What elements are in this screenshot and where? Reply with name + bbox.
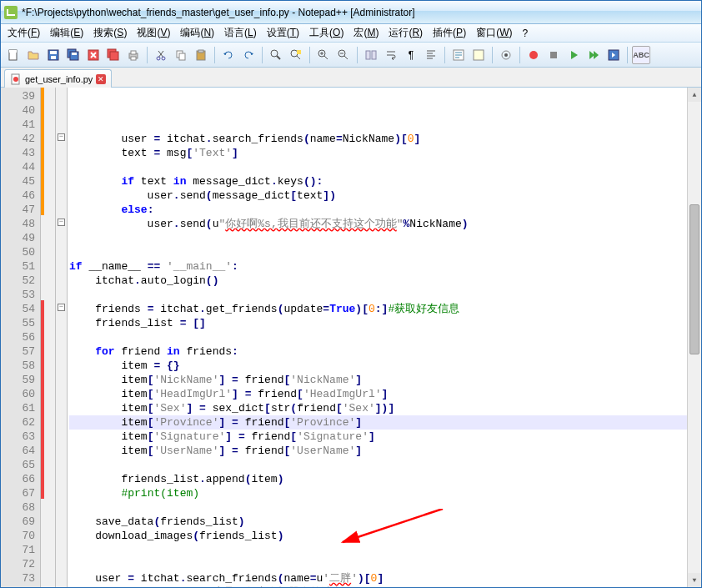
code-line[interactable]: item['HeadImgUrl'] = friend['HeadImgUrl'… — [69, 387, 701, 401]
close-button[interactable] — [84, 46, 103, 64]
word-wrap-button[interactable] — [382, 46, 400, 64]
indent-guide-button[interactable] — [422, 46, 440, 64]
svg-rect-3 — [50, 51, 57, 54]
menu-item[interactable]: 插件(P) — [428, 24, 471, 42]
svg-point-35 — [13, 77, 18, 82]
monitor-button[interactable] — [497, 46, 515, 64]
svg-line-36 — [343, 509, 443, 542]
tab-close-icon[interactable]: ✕ — [96, 74, 106, 84]
undo-button[interactable] — [219, 46, 238, 64]
toolbar-separator — [519, 47, 520, 63]
code-line[interactable]: user = itchat.search_friends(name=NickNa… — [69, 132, 701, 146]
svg-rect-26 — [372, 51, 376, 59]
code-line[interactable] — [69, 160, 701, 174]
code-area[interactable]: user = itchat.search_friends(name=NickNa… — [68, 88, 701, 587]
save-all-button[interactable] — [64, 46, 83, 64]
code-line[interactable] — [69, 458, 701, 472]
code-line[interactable]: item['Province'] = friend['Province'] — [69, 415, 701, 430]
spellcheck-button[interactable]: ABC — [632, 46, 650, 64]
close-all-button[interactable] — [104, 46, 123, 64]
print-button[interactable] — [124, 46, 143, 64]
code-line[interactable] — [69, 330, 701, 344]
toolbar-separator — [492, 47, 493, 63]
replace-button[interactable] — [287, 46, 305, 64]
change-margin — [41, 88, 56, 587]
menu-item[interactable]: 宏(M) — [348, 24, 384, 42]
code-line[interactable]: #print(item) — [69, 486, 701, 500]
menu-item[interactable]: 搜索(S) — [88, 24, 132, 42]
zoom-in-button[interactable] — [314, 46, 333, 64]
code-line[interactable]: item['NickName'] = friend['NickName'] — [69, 373, 701, 387]
menu-item[interactable]: 文件(F) — [3, 24, 45, 42]
menu-item[interactable]: 编码(N) — [175, 24, 219, 42]
menu-item[interactable]: ? — [517, 26, 533, 41]
show-all-chars-button[interactable]: ¶ — [402, 46, 420, 64]
code-line[interactable]: user.send(u'hello,这是一条来自机器人的消息') — [69, 585, 701, 587]
menu-item[interactable]: 编辑(E) — [45, 24, 88, 42]
fold-toggle[interactable]: − — [58, 133, 65, 141]
scroll-up-arrow[interactable]: ▲ — [688, 88, 701, 102]
code-line[interactable]: if text in message_dict.keys(): — [69, 174, 701, 188]
redo-button[interactable] — [239, 46, 258, 64]
cut-button[interactable] — [152, 46, 170, 64]
paste-button[interactable] — [192, 46, 210, 64]
record-macro-button[interactable] — [524, 46, 543, 64]
svg-rect-19 — [198, 50, 203, 53]
fold-toggle[interactable]: − — [58, 304, 65, 311]
toolbar-separator — [147, 47, 148, 63]
file-tab[interactable]: get_user_info.py ✕ — [4, 69, 112, 88]
code-line[interactable]: friends_list = [] — [69, 316, 701, 330]
code-line[interactable] — [69, 288, 701, 302]
annotation-arrow — [334, 509, 451, 550]
menu-item[interactable]: 运行(R) — [384, 24, 428, 42]
code-line[interactable]: item['Signature'] = friend['Signature'] — [69, 430, 701, 444]
open-file-button[interactable] — [24, 46, 43, 64]
menu-item[interactable]: 语言(L) — [219, 24, 262, 42]
code-line[interactable] — [69, 245, 701, 259]
app-window: *F:\Projects\python\wechat_friends_maste… — [0, 0, 702, 588]
copy-button[interactable] — [172, 46, 190, 64]
fold-toggle[interactable]: − — [58, 219, 65, 226]
svg-rect-32 — [550, 52, 557, 58]
svg-rect-13 — [131, 57, 136, 60]
new-file-button[interactable] — [4, 46, 23, 64]
code-line[interactable]: item['UserName'] = friend['UserName'] — [69, 444, 701, 458]
scroll-down-arrow[interactable]: ▼ — [688, 573, 701, 587]
code-line[interactable]: user.send(u"你好啊%s,我目前还不支持这个功能"%NickName) — [69, 217, 701, 231]
svg-rect-28 — [474, 50, 484, 60]
menu-item[interactable]: 工具(O) — [304, 24, 348, 42]
code-line[interactable]: for friend in friends: — [69, 344, 701, 359]
find-button[interactable] — [267, 46, 285, 64]
code-line[interactable]: text = msg['Text'] — [69, 146, 701, 160]
code-line[interactable]: if __name__ == '__main__': — [69, 259, 701, 274]
save-macro-button[interactable] — [604, 46, 623, 64]
play-multi-button[interactable] — [584, 46, 603, 64]
menu-item[interactable]: 窗口(W) — [471, 24, 517, 42]
code-line[interactable]: itchat.auto_login() — [69, 274, 701, 288]
function-list-button[interactable] — [449, 46, 468, 64]
code-line[interactable]: friends_list.append(item) — [69, 472, 701, 486]
sync-scroll-button[interactable] — [362, 46, 380, 64]
zoom-out-button[interactable] — [334, 46, 353, 64]
svg-point-21 — [291, 50, 298, 57]
code-line[interactable] — [69, 231, 701, 245]
svg-rect-22 — [297, 50, 301, 54]
code-line[interactable]: item['Sex'] = sex_dict[str(friend['Sex']… — [69, 401, 701, 415]
save-button[interactable] — [44, 46, 63, 64]
code-line[interactable]: user = itchat.search_friends(name=u'二胖')… — [69, 571, 701, 585]
toolbar-separator — [357, 47, 358, 63]
svg-rect-12 — [131, 51, 136, 54]
code-line[interactable]: else: — [69, 203, 701, 217]
code-line[interactable]: friends = itchat.get_friends(update=True… — [69, 302, 701, 316]
code-line[interactable]: user.send(message_dict[text]) — [69, 188, 701, 203]
code-line[interactable] — [69, 557, 701, 571]
doc-map-button[interactable] — [469, 46, 488, 64]
play-macro-button[interactable] — [564, 46, 583, 64]
code-line[interactable]: item = {} — [69, 359, 701, 373]
vertical-scrollbar[interactable]: ▲ ▼ — [687, 88, 701, 587]
stop-macro-button[interactable] — [544, 46, 563, 64]
editor[interactable]: 3940414243444546474849505152535455565758… — [1, 88, 701, 587]
menu-item[interactable]: 设置(T) — [262, 24, 304, 42]
scrollbar-thumb[interactable] — [689, 204, 699, 354]
menu-item[interactable]: 视图(V) — [132, 24, 175, 42]
